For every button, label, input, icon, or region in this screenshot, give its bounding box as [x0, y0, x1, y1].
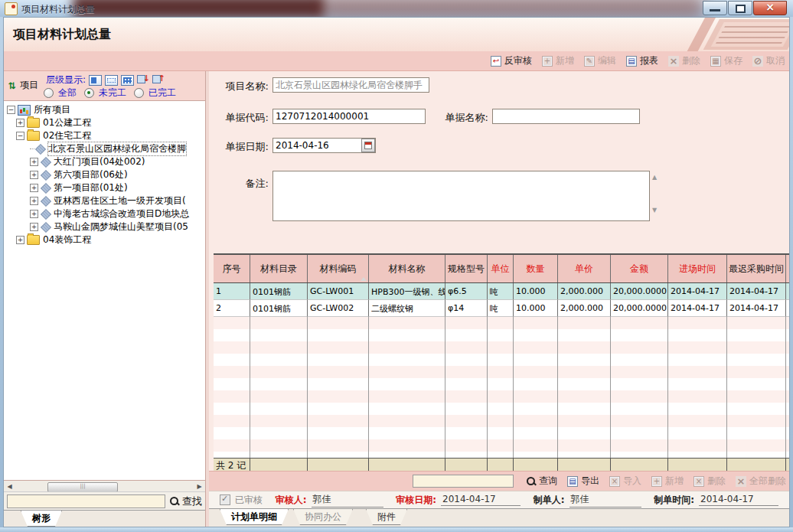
- edit-icon: ✎: [584, 56, 595, 67]
- expand-icon[interactable]: +: [30, 184, 38, 192]
- tree-search-row: 查找: [4, 491, 205, 510]
- col-material-catalog[interactable]: 材料目录: [250, 255, 308, 282]
- sort-ascending-icon[interactable]: ↑: [152, 74, 165, 86]
- search-icon: [170, 497, 179, 506]
- tree-item[interactable]: + 马鞍山金隅梦城佳山美墅项目(05: [4, 220, 205, 233]
- cancel-icon: ⊘: [752, 56, 763, 67]
- radio-all[interactable]: [44, 88, 54, 98]
- expand-icon[interactable]: +: [30, 158, 38, 166]
- tree-item[interactable]: + 大红门项目(04处002): [4, 155, 205, 168]
- scroll-down-icon[interactable]: ▼: [650, 207, 659, 214]
- export-button[interactable]: ▤ 导出: [567, 475, 599, 488]
- col-material-code[interactable]: 材料编码: [308, 255, 369, 282]
- maximize-button[interactable]: [728, 1, 752, 15]
- project-name-label: 项目名称:: [209, 80, 269, 93]
- sort-down-arrow: ↓: [143, 73, 150, 83]
- row-add-button[interactable]: + 新增: [651, 475, 684, 488]
- scroll-right-icon[interactable]: ▶: [194, 483, 205, 490]
- view-mode-2-icon[interactable]: [105, 75, 118, 86]
- audit-date-label: 审核日期:: [396, 494, 436, 507]
- save-button[interactable]: ▦ 保存: [710, 54, 742, 67]
- col-material-name[interactable]: 材料名称: [369, 255, 445, 282]
- doc-date-field[interactable]: [272, 138, 376, 153]
- unaudit-label: 反审核: [504, 54, 532, 67]
- tab-plan-detail[interactable]: 计划单明细: [220, 509, 289, 525]
- col-latest-purchase-time[interactable]: 最迟采购时间: [727, 255, 786, 282]
- radio-unfinished[interactable]: [84, 88, 94, 98]
- expand-icon[interactable]: +: [16, 236, 24, 244]
- tree-horizontal-scrollbar[interactable]: ◀ ▶: [4, 480, 205, 492]
- empty-col: [214, 317, 250, 458]
- col-amount[interactable]: 金额: [611, 255, 668, 282]
- doc-code-field[interactable]: [272, 109, 426, 124]
- table-row[interactable]: 2 0101钢筋 GC-LW002 二级螺纹钢 φ14 吨 10.000 2,0…: [214, 300, 790, 317]
- remark-scroll-arrows: ▲ ▼: [650, 174, 659, 214]
- delete-label: 删除: [682, 54, 700, 67]
- tree-item[interactable]: + 01公建工程: [4, 116, 205, 129]
- expand-icon[interactable]: +: [16, 119, 24, 127]
- view-mode-3-icon[interactable]: [121, 75, 134, 86]
- import-button[interactable]: × 导入: [609, 475, 641, 488]
- row-delete-button[interactable]: × 删除: [693, 475, 726, 488]
- view-mode-1-icon[interactable]: [89, 75, 102, 86]
- col-unit-price[interactable]: 单价: [558, 255, 611, 282]
- edit-button[interactable]: ✎ 编辑: [584, 54, 616, 67]
- col-unit[interactable]: 单位: [488, 255, 514, 282]
- expand-icon[interactable]: +: [30, 210, 38, 218]
- doc-name-label: 单据名称:: [431, 111, 488, 125]
- add-button[interactable]: + 新增: [542, 54, 574, 67]
- tree-item[interactable]: − 02住宅工程: [4, 129, 205, 142]
- radio-finished[interactable]: [134, 88, 144, 98]
- tree-item[interactable]: + 第六项目部(06处): [4, 168, 205, 181]
- find-button[interactable]: 查找: [170, 494, 202, 508]
- cell-material-name: HPB300一级钢、线材: [369, 283, 445, 300]
- delete-all-button[interactable]: × 全部删除: [736, 475, 786, 488]
- expand-icon[interactable]: +: [30, 223, 38, 231]
- col-quantity[interactable]: 数量: [514, 255, 558, 282]
- tree-item[interactable]: + 亚林西居住区土地一级开发项目(: [4, 194, 205, 207]
- table-row[interactable]: 1 0101钢筋 GC-LW001 HPB300一级钢、线材 φ6.5 吨 10…: [214, 283, 790, 300]
- cell-arrival-time: 2014-04-17: [668, 300, 727, 317]
- sort-descending-icon[interactable]: ↓: [137, 74, 149, 86]
- scroll-up-icon[interactable]: ▲: [650, 174, 659, 181]
- query-button[interactable]: 查询: [527, 475, 557, 488]
- expand-icon[interactable]: +: [30, 171, 38, 179]
- tree-item[interactable]: + 第一项目部(01处): [4, 181, 205, 194]
- cancel-button[interactable]: ⊘ 取消: [752, 54, 785, 67]
- scroll-left-icon[interactable]: ◀: [4, 483, 15, 490]
- expand-icon[interactable]: +: [30, 197, 38, 205]
- tree-item-all-projects[interactable]: − 所有项目: [4, 103, 205, 116]
- empty-col: [611, 317, 668, 458]
- remark-textarea[interactable]: [272, 171, 650, 221]
- tree-item-selected[interactable]: 北京石景山区园林绿化局宿舍楼脚: [4, 142, 205, 155]
- cell-material-name: 二级螺纹钢: [369, 300, 445, 317]
- tree-item[interactable]: + 中海老古城综合改造项目D地块总: [4, 207, 205, 220]
- tab-tree-view[interactable]: 树形: [21, 511, 62, 527]
- tree-item[interactable]: + 04装饰工程: [4, 233, 205, 246]
- report-button[interactable]: ▤ 报表: [626, 54, 658, 67]
- refresh-icon[interactable]: ⇄: [7, 81, 18, 89]
- doc-name-field[interactable]: [492, 109, 640, 124]
- approved-checkbox[interactable]: [220, 494, 230, 505]
- project-name-field[interactable]: [272, 77, 429, 93]
- collapse-icon[interactable]: −: [16, 132, 24, 140]
- close-button[interactable]: [753, 1, 787, 15]
- delete-button[interactable]: × 删除: [668, 54, 700, 67]
- tree-item-label: 01公建工程: [43, 116, 91, 129]
- tab-collaboration[interactable]: 协同办公: [293, 509, 353, 525]
- titlebar[interactable]: 项目材料计划总量: [0, 0, 793, 17]
- empty-col: [786, 317, 790, 458]
- collapse-icon[interactable]: −: [7, 106, 15, 114]
- calendar-icon[interactable]: [361, 139, 375, 152]
- col-spec-model[interactable]: 规格型号: [445, 255, 488, 282]
- tree-search-input[interactable]: [7, 494, 165, 508]
- col-seq[interactable]: 序号: [214, 255, 250, 282]
- project-filter-radios: 全部 未完工 已完工: [44, 86, 179, 100]
- scroll-track[interactable]: [15, 481, 194, 491]
- minimize-button[interactable]: [703, 1, 727, 15]
- col-arrival-time[interactable]: 进场时间: [668, 255, 727, 282]
- cell-material-catalog: 0101钢筋: [250, 283, 308, 300]
- tab-attachment[interactable]: 附件: [366, 509, 407, 525]
- grid-search-input[interactable]: [413, 475, 514, 488]
- unaudit-button[interactable]: ↩ 反审核: [491, 54, 532, 67]
